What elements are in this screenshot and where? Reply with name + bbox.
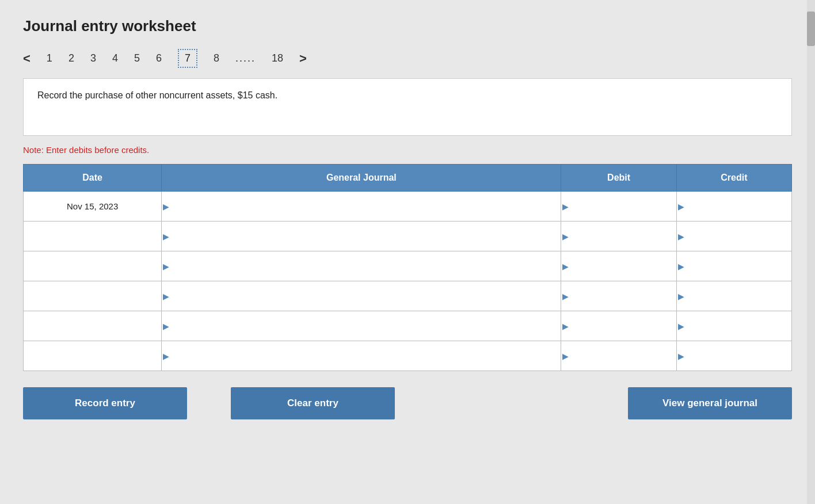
description-box: Record the purchase of other noncurrent … [23,78,792,136]
journal-input-2[interactable] [162,251,561,281]
debit-cell-4[interactable]: ▶ [561,311,676,341]
credit-input-3[interactable] [677,281,791,311]
credit-cell-5[interactable]: ▶ [676,341,791,371]
credit-input-5[interactable] [677,341,791,371]
credit-input-2[interactable] [677,251,791,281]
debit-cell-5[interactable]: ▶ [561,341,676,371]
view-general-journal-button[interactable]: View general journal [628,387,792,419]
debit-cell-2[interactable]: ▶ [561,251,676,281]
debit-cell-0[interactable]: ▶ [561,192,676,222]
credit-input-0[interactable] [677,192,791,221]
record-entry-button[interactable]: Record entry [23,387,187,419]
debit-input-1[interactable] [561,222,676,251]
header-date: Date [24,165,162,192]
journal-cell-1[interactable]: ▶ [162,222,561,251]
journal-input-0[interactable] [162,192,561,221]
journal-input-5[interactable] [162,341,561,371]
journal-table: Date General Journal Debit Credit Nov 15… [23,164,792,371]
table-row: Nov 15, 2023▶▶▶ [24,192,792,222]
journal-input-4[interactable] [162,311,561,341]
page-5[interactable]: 5 [134,52,140,64]
credit-cell-4[interactable]: ▶ [676,311,791,341]
journal-input-1[interactable] [162,222,561,251]
journal-cell-5[interactable]: ▶ [162,341,561,371]
debit-cell-3[interactable]: ▶ [561,281,676,311]
journal-cell-0[interactable]: ▶ [162,192,561,222]
page-8[interactable]: 8 [214,52,219,64]
button-row: Record entry Clear entry View general jo… [23,387,792,419]
header-debit: Debit [561,165,676,192]
credit-input-1[interactable] [677,222,791,251]
table-row: ▶▶▶ [24,222,792,251]
ellipsis: ..... [235,52,256,64]
page-1[interactable]: 1 [47,52,52,64]
journal-cell-2[interactable]: ▶ [162,251,561,281]
page-2[interactable]: 2 [68,52,74,64]
credit-cell-0[interactable]: ▶ [676,192,791,222]
page-3[interactable]: 3 [90,52,96,64]
debit-cell-1[interactable]: ▶ [561,222,676,251]
next-arrow[interactable]: > [299,51,307,66]
date-cell-0: Nov 15, 2023 [24,192,162,222]
page-18[interactable]: 18 [272,52,283,64]
date-cell-3 [24,281,162,311]
page-4[interactable]: 4 [112,52,118,64]
page-title: Journal entry worksheet [23,17,792,35]
credit-cell-2[interactable]: ▶ [676,251,791,281]
table-row: ▶▶▶ [24,251,792,281]
note-text: Note: Enter debits before credits. [23,145,792,155]
prev-arrow[interactable]: < [23,51,31,66]
debit-input-3[interactable] [561,281,676,311]
date-cell-4 [24,311,162,341]
debit-input-5[interactable] [561,341,676,371]
header-credit: Credit [676,165,791,192]
scrollbar-thumb[interactable] [807,12,815,46]
table-row: ▶▶▶ [24,341,792,371]
page-6[interactable]: 6 [156,52,162,64]
clear-entry-button[interactable]: Clear entry [231,387,395,419]
page-7[interactable]: 7 [178,49,197,68]
date-cell-1 [24,222,162,251]
date-cell-2 [24,251,162,281]
debit-input-0[interactable] [561,192,676,221]
journal-cell-3[interactable]: ▶ [162,281,561,311]
credit-cell-1[interactable]: ▶ [676,222,791,251]
debit-input-4[interactable] [561,311,676,341]
table-row: ▶▶▶ [24,311,792,341]
description-text: Record the purchase of other noncurrent … [37,90,277,100]
scrollbar[interactable] [807,0,815,504]
credit-cell-3[interactable]: ▶ [676,281,791,311]
journal-input-3[interactable] [162,281,561,311]
date-cell-5 [24,341,162,371]
header-journal: General Journal [162,165,561,192]
journal-cell-4[interactable]: ▶ [162,311,561,341]
table-row: ▶▶▶ [24,281,792,311]
credit-input-4[interactable] [677,311,791,341]
debit-input-2[interactable] [561,251,676,281]
pagination: < 1 2 3 4 5 6 7 8 ..... 18 > [23,49,792,68]
